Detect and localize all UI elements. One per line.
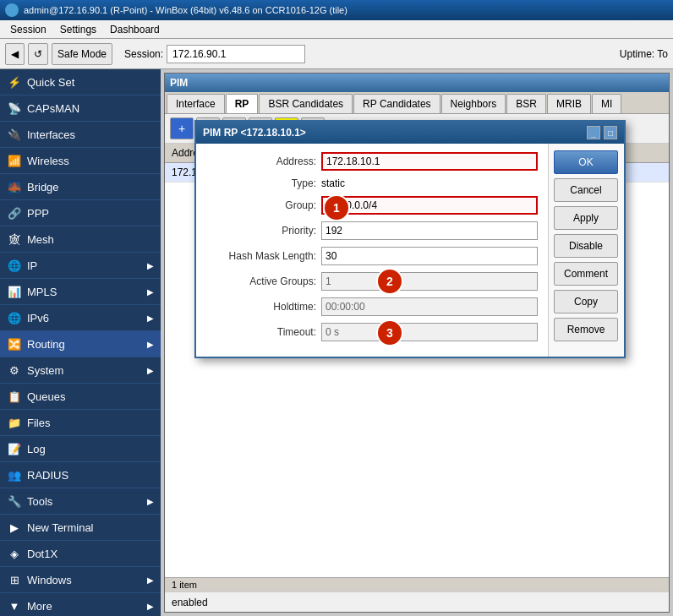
windows-icon: ⊞	[7, 572, 22, 587]
tab-bsr[interactable]: BSR	[506, 94, 546, 113]
refresh-icon: ↺	[34, 48, 42, 60]
tools-arrow-icon: ▶	[147, 497, 154, 506]
comment-button[interactable]: Comment	[554, 262, 618, 286]
sidebar-label-files: Files	[27, 417, 50, 429]
holdtime-label: Holdtime:	[206, 301, 316, 313]
sidebar-item-interfaces[interactable]: 🔌 Interfaces	[0, 122, 161, 148]
cancel-button[interactable]: Cancel	[554, 178, 618, 202]
dialog-restore-button[interactable]: □	[604, 126, 617, 139]
remove-button[interactable]: Remove	[554, 318, 618, 341]
sidebar-item-ip[interactable]: 🌐 IP ▶	[0, 253, 161, 279]
sidebar-item-log[interactable]: 📝 Log	[0, 436, 161, 462]
sidebar-label-queues: Queues	[27, 390, 66, 403]
active-groups-row: Active Groups:	[206, 272, 538, 291]
safe-mode-button[interactable]: Safe Mode	[52, 43, 112, 65]
ppp-icon: 🔗	[7, 205, 22, 221]
tab-interface[interactable]: Interface	[167, 94, 225, 113]
mpls-arrow-icon: ▶	[147, 287, 154, 297]
sidebar-label-mpls: MPLS	[27, 286, 57, 298]
dialog-minimize-button[interactable]: _	[587, 126, 600, 139]
sidebar-label-dot1x: Dot1X	[27, 548, 57, 560]
sidebar-label-wireless: Wireless	[27, 155, 69, 167]
session-input[interactable]	[167, 45, 305, 63]
sidebar-item-ppp[interactable]: 🔗 PPP	[0, 200, 161, 226]
holdtime-row: Holdtime:	[206, 297, 538, 316]
sidebar-item-bridge[interactable]: 🌉 Bridge	[0, 174, 161, 200]
menu-dashboard[interactable]: Dashboard	[103, 22, 167, 37]
bridge-icon: 🌉	[7, 179, 22, 194]
status-text: enabled	[172, 597, 208, 608]
copy-button[interactable]: Copy	[554, 290, 618, 313]
status-bar: enabled	[165, 591, 669, 612]
sidebar-item-radius[interactable]: 👥 RADIUS	[0, 462, 161, 488]
add-button[interactable]: +	[170, 117, 194, 139]
sidebar-item-quick-set[interactable]: ⚡ Quick Set	[0, 69, 161, 95]
tab-rp-candidates[interactable]: RP Candidates	[353, 94, 440, 113]
interfaces-icon: 🔌	[7, 127, 22, 142]
windows-arrow-icon: ▶	[147, 575, 154, 585]
active-groups-input	[321, 272, 538, 291]
address-input[interactable]	[321, 152, 538, 171]
sidebar-item-mpls[interactable]: 📊 MPLS ▶	[0, 279, 161, 305]
apply-button[interactable]: Apply	[554, 206, 618, 230]
priority-row: Priority:	[206, 221, 538, 240]
sidebar-item-queues[interactable]: 📋 Queues	[0, 384, 161, 410]
queues-icon: 📋	[7, 389, 22, 404]
sidebar-item-files[interactable]: 📁 Files	[0, 410, 161, 436]
hash-mask-label: Hash Mask Length:	[206, 250, 316, 262]
sidebar-label-ipv6: IPv6	[27, 312, 49, 324]
sidebar-label-capsman: CAPsMAN	[27, 102, 79, 115]
mpls-icon: 📊	[7, 284, 22, 299]
routing-icon: 🔀	[7, 336, 22, 352]
more-arrow-icon: ▶	[147, 602, 154, 611]
tab-mi[interactable]: MI	[592, 94, 621, 113]
type-label: Type:	[206, 177, 316, 189]
timeout-label: Timeout:	[206, 326, 316, 338]
dialog-buttons: OK Cancel Apply Disable Comment Copy Rem…	[548, 144, 624, 357]
dialog-body: Address: Type: static Group: Priority:	[196, 144, 624, 357]
main-toolbar: ◀ ↺ Safe Mode Session: Uptime: To	[0, 39, 673, 69]
sidebar-item-capsman[interactable]: 📡 CAPsMAN	[0, 95, 161, 122]
sidebar-item-more[interactable]: ▼ More ▶	[0, 593, 161, 616]
ip-arrow-icon: ▶	[147, 261, 154, 270]
count-bar: 1 item	[165, 577, 669, 591]
refresh-button[interactable]: ↺	[28, 43, 48, 65]
ok-button[interactable]: OK	[554, 150, 618, 174]
sidebar-label-bridge: Bridge	[27, 181, 59, 194]
tab-bsr-candidates[interactable]: BSR Candidates	[259, 94, 353, 113]
quick-set-icon: ⚡	[7, 74, 22, 90]
tab-bar: Interface RP BSR Candidates RP Candidate…	[165, 92, 669, 114]
more-icon: ▼	[7, 598, 22, 613]
pim-title-bar: PIM	[165, 74, 669, 92]
main-layout: ⚡ Quick Set 📡 CAPsMAN 🔌 Interfaces 📶 Wir…	[0, 69, 673, 616]
tab-rp[interactable]: RP	[226, 94, 259, 113]
sidebar-item-system[interactable]: ⚙ System ▶	[0, 357, 161, 384]
ip-icon: 🌐	[7, 258, 22, 273]
sidebar-item-new-terminal[interactable]: ▶ New Terminal	[0, 515, 161, 541]
sidebar-item-ipv6[interactable]: 🌐 IPv6 ▶	[0, 305, 161, 331]
sidebar-item-mesh[interactable]: 🕸 Mesh	[0, 226, 161, 253]
back-button[interactable]: ◀	[5, 43, 25, 65]
dialog-fields: Address: Type: static Group: Priority:	[196, 144, 548, 357]
content-area: PIM Interface RP BSR Candidates RP Candi…	[161, 69, 673, 616]
priority-input[interactable]	[321, 221, 538, 240]
sidebar-item-dot1x[interactable]: ◈ Dot1X	[0, 541, 161, 567]
sidebar-item-wireless[interactable]: 📶 Wireless	[0, 148, 161, 174]
wireless-icon: 📶	[7, 153, 22, 168]
sidebar-item-windows[interactable]: ⊞ Windows ▶	[0, 567, 161, 593]
tools-icon: 🔧	[7, 493, 22, 509]
disable-button[interactable]: Disable	[554, 234, 618, 258]
ipv6-arrow-icon: ▶	[147, 313, 154, 323]
sidebar-item-routing[interactable]: 🔀 Routing ▶	[0, 331, 161, 357]
tab-neighbors[interactable]: Neighbors	[441, 94, 506, 113]
menu-session[interactable]: Session	[3, 22, 53, 37]
sidebar-item-tools[interactable]: 🔧 Tools ▶	[0, 488, 161, 515]
radius-icon: 👥	[7, 467, 22, 482]
timeout-input	[321, 323, 538, 341]
group-input[interactable]	[321, 196, 538, 215]
menu-settings[interactable]: Settings	[53, 22, 103, 37]
address-label: Address:	[206, 155, 316, 167]
tab-mrib[interactable]: MRIB	[547, 94, 591, 113]
sidebar-label-log: Log	[27, 443, 46, 455]
hash-mask-input[interactable]	[321, 247, 538, 265]
